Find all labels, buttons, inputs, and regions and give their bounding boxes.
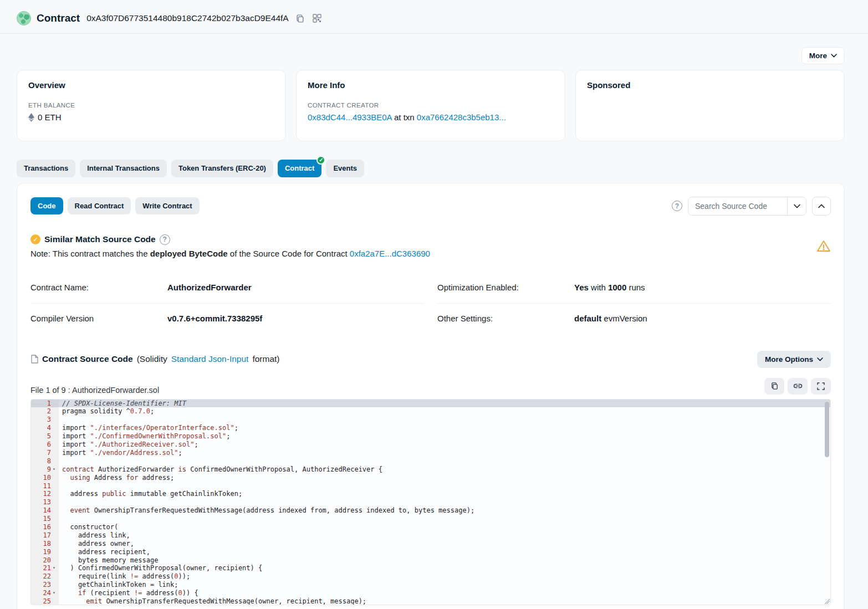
- code-line: 12 address public immutable getChainlink…: [31, 490, 830, 498]
- warning-triangle-icon: [816, 239, 831, 253]
- code-line: 22 require(link != address(0));: [31, 572, 830, 581]
- line-number-gutter: 25: [31, 597, 59, 605]
- code-text: import "./ConfirmedOwnerWithProposal.sol…: [59, 432, 230, 441]
- code-fold-icon[interactable]: ▾: [52, 589, 57, 597]
- code-text: [59, 515, 66, 523]
- line-number-gutter: 1: [31, 400, 59, 408]
- line-number-gutter: 18: [31, 540, 59, 548]
- chevron-down-icon: [831, 54, 837, 58]
- line-number-gutter: 20: [31, 556, 59, 565]
- chevron-down-icon: [817, 357, 823, 361]
- qr-code-icon[interactable]: [312, 13, 323, 24]
- matched-contract-link[interactable]: 0xfa2a7E...dC363690: [350, 249, 430, 258]
- tab-internal-transactions[interactable]: Internal Transactions: [80, 160, 167, 177]
- eth-balance-value: 0 ETH: [38, 112, 62, 122]
- meta-label: Compiler Version: [30, 314, 167, 323]
- line-number-gutter: 19: [31, 548, 59, 556]
- code-fold-icon[interactable]: ▾: [52, 564, 57, 572]
- meta-value: default evmVersion: [574, 314, 647, 323]
- match-check-icon: ✓: [30, 234, 40, 244]
- page-title: Contract: [37, 12, 80, 24]
- code-line: 9▾contract AuthorizedForwarder is Confir…: [31, 465, 830, 474]
- code-line: 11: [31, 482, 830, 490]
- format-suffix: format): [252, 354, 279, 364]
- line-number-gutter: 21▾: [31, 564, 59, 572]
- code-text: getChainlinkToken = link;: [59, 581, 178, 589]
- code-text: using Address for address;: [59, 474, 174, 482]
- code-line: 4import "./interfaces/OperatorInterface.…: [31, 424, 830, 432]
- tab-contract[interactable]: Contract✓: [278, 160, 321, 177]
- search-source-input[interactable]: [688, 197, 787, 215]
- fullscreen-icon: [817, 382, 825, 390]
- code-text: address recipient,: [59, 548, 150, 556]
- tab-transactions[interactable]: Transactions: [17, 160, 75, 177]
- similar-match-title: Similar Match Source Code: [44, 234, 156, 244]
- meta-row: Compiler Versionv0.7.6+commit.7338295f: [30, 304, 424, 334]
- copy-address-icon[interactable]: [294, 13, 306, 24]
- meta-value: v0.7.6+commit.7338295f: [167, 314, 262, 323]
- match-help-icon[interactable]: ?: [160, 234, 170, 245]
- more-button[interactable]: More: [801, 47, 845, 64]
- creation-txn-link[interactable]: 0xa7662428c3b5eb13...: [417, 112, 506, 122]
- line-number-gutter: 11: [31, 482, 59, 490]
- search-next-button[interactable]: [787, 197, 806, 215]
- help-icon[interactable]: ?: [672, 201, 682, 211]
- code-text: import "./vendor/Address.sol";: [59, 449, 182, 457]
- summary-cards: Overview ETH BALANCE 0 ETH More Info CON…: [0, 64, 868, 141]
- eth-balance-label: ETH BALANCE: [28, 102, 274, 109]
- tab-events[interactable]: Events: [326, 160, 364, 177]
- line-number-gutter: 12: [31, 490, 59, 498]
- line-number-gutter: 13: [31, 498, 59, 506]
- code-line: 20 bytes memory message: [31, 556, 830, 565]
- code-fold-icon[interactable]: ▾: [52, 465, 57, 474]
- line-number-gutter: 3: [31, 416, 59, 424]
- copy-icon: [770, 382, 779, 390]
- meta-label: Contract Name:: [30, 283, 167, 292]
- resize-handle-icon[interactable]: [824, 598, 830, 604]
- code-line: 17 address link,: [31, 531, 830, 540]
- code-line: 24▾ if (recipient != address(0)) {: [31, 589, 830, 597]
- code-text: bytes memory message: [59, 556, 158, 565]
- search-prev-button[interactable]: [812, 197, 831, 216]
- code-line: 2pragma solidity ^0.7.0;: [31, 407, 830, 416]
- code-line: 5import "./ConfirmedOwnerWithProposal.so…: [31, 432, 830, 441]
- code-line: 14 event OwnershipTransferRequestedWithM…: [31, 506, 830, 515]
- code-line: 7import "./vendor/Address.sol";: [31, 449, 830, 457]
- subtab-write-contract[interactable]: Write Contract: [135, 197, 199, 215]
- code-text: require(link != address(0));: [59, 572, 190, 581]
- code-scrollbar[interactable]: [825, 402, 829, 457]
- meta-label: Other Settings:: [437, 314, 574, 323]
- copy-source-button[interactable]: [764, 378, 784, 395]
- line-number-gutter: 14: [31, 506, 59, 515]
- line-number-gutter: 5: [31, 432, 59, 441]
- json-input-link[interactable]: Standard Json-Input: [171, 354, 249, 364]
- contract-subtabs: CodeRead ContractWrite Contract: [30, 197, 200, 215]
- meta-row: Optimization Enabled:Yes with 1000 runs: [437, 273, 831, 304]
- code-text: pragma solidity ^0.7.0;: [59, 407, 154, 416]
- creator-address-link[interactable]: 0x83dC44...4933BE0A: [308, 112, 392, 122]
- note-middle: of the Source Code for Contract: [228, 249, 350, 258]
- tab-token-transfers-erc-20-[interactable]: Token Transfers (ERC-20): [171, 160, 273, 177]
- permalink-button[interactable]: [788, 378, 808, 395]
- subtab-read-contract[interactable]: Read Contract: [68, 197, 131, 215]
- note-prefix: Note: This contract matches the: [30, 249, 150, 258]
- code-line: 13: [31, 498, 830, 506]
- contract-address: 0xA3f07D6773514480b918C2742b027b3acD9E44…: [86, 13, 289, 23]
- line-number-gutter: 10: [31, 474, 59, 482]
- chevron-up-icon: [818, 204, 825, 208]
- overview-card: Overview ETH BALANCE 0 ETH: [17, 70, 286, 141]
- chevron-down-icon: [794, 204, 800, 208]
- more-options-button[interactable]: More Options: [757, 351, 831, 368]
- expand-button[interactable]: [811, 378, 831, 395]
- similar-match-block: ✓ Similar Match Source Code ? Note: This…: [30, 234, 831, 258]
- code-text: constructor(: [59, 523, 118, 531]
- line-number-gutter: 16: [31, 523, 59, 531]
- code-text: [59, 482, 66, 490]
- at-txn-text: at txn: [392, 112, 417, 122]
- more-info-card: More Info CONTRACT CREATOR 0x83dC44...49…: [296, 70, 565, 141]
- source-code-editor[interactable]: 1// SPDX-License-Identifier: MIT2pragma …: [30, 399, 831, 605]
- code-line: 3: [31, 416, 830, 424]
- more-options-label: More Options: [765, 355, 813, 364]
- subtab-code[interactable]: Code: [30, 197, 63, 215]
- code-line: 1// SPDX-License-Identifier: MIT: [31, 400, 830, 408]
